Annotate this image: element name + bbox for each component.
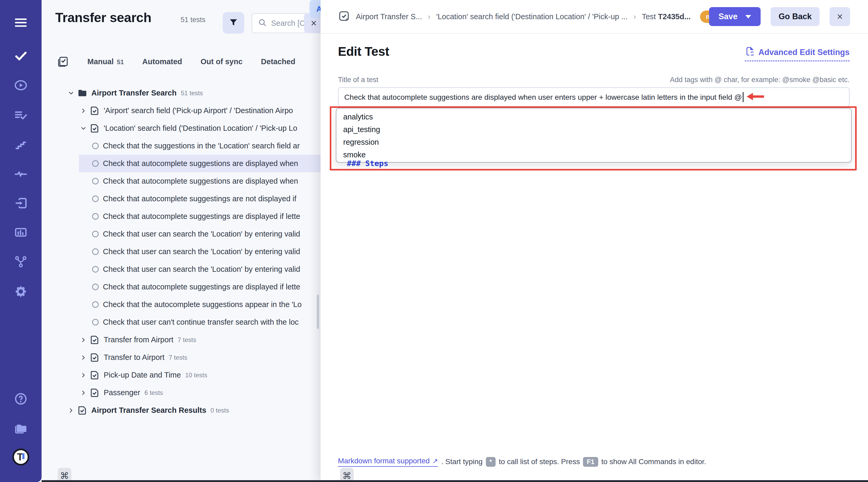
breadcrumb-test[interactable]: Test T2435d... [642, 12, 691, 21]
chevron-down-icon[interactable] [79, 125, 88, 132]
suite-file-icon [90, 335, 100, 345]
tree-test-case[interactable]: Check that autocomplete suggestings are … [79, 278, 320, 296]
markdown-supported-link[interactable]: Markdown format supported ↗ [338, 457, 438, 467]
close-drawer-button[interactable]: × [830, 7, 850, 26]
tree-test-case[interactable]: Check that the suggestions in the 'Locat… [79, 137, 320, 155]
tree-item-label: Check that user can search the 'Location… [103, 230, 300, 238]
tree-test-case[interactable]: Check that autocomplete suggestions are … [79, 172, 320, 190]
suite-file-icon [90, 352, 100, 363]
breadcrumb-project[interactable]: Airport Transfer S... [356, 12, 422, 21]
tree-test-case[interactable]: Check that autocomplete suggestings are … [79, 190, 320, 207]
suite-file-icon [90, 388, 100, 398]
chevron-right-icon[interactable] [79, 336, 88, 343]
tree-test-case[interactable]: Check that the autocomplete suggestions … [79, 296, 320, 313]
help-circle-icon[interactable] [0, 390, 41, 408]
milestones-steps-icon[interactable] [0, 135, 41, 154]
tree-test-case[interactable]: Check that autocomplete suggestions are … [79, 155, 320, 172]
tag-option-api_testing[interactable]: api_testing [336, 123, 851, 136]
chevron-right-icon[interactable] [79, 389, 88, 396]
chevron-right-icon[interactable] [79, 107, 88, 114]
tree-suite[interactable]: 'Location' search field ('Destination Lo… [41, 120, 320, 137]
tree-item-label: Airport Transfer Search Results [91, 406, 206, 415]
test-suite-tree: Airport Transfer Search51 tests'Airport'… [41, 84, 320, 419]
defects-pulse-icon[interactable] [0, 164, 41, 183]
tree-test-case[interactable]: Check that user can search the 'Location… [79, 243, 320, 260]
chevron-down-icon[interactable] [67, 90, 75, 97]
test-status-circle-icon [92, 142, 99, 149]
tree-suite[interactable]: Transfer from Airport7 tests [41, 331, 320, 349]
text-cursor [743, 92, 744, 102]
tab-manual[interactable]: Manual51 [87, 57, 124, 66]
tab-automated[interactable]: Automated [143, 57, 182, 66]
tree-suite[interactable]: Transfer to Airport7 tests [41, 349, 320, 366]
tab-out-of-sync[interactable]: Out of sync [200, 57, 243, 66]
branch-icon[interactable] [0, 253, 41, 271]
tree-test-case[interactable]: Check that user can search the 'Location… [79, 260, 320, 278]
sign-in-box-icon[interactable] [0, 194, 41, 212]
chevron-right-icon[interactable] [79, 354, 88, 361]
tree-item-label: Check that autocomplete suggestings are … [103, 283, 300, 291]
tree-item-label: Pick-up Date and Time [104, 371, 181, 379]
tree-suite[interactable]: Airport Transfer Search Results0 tests [41, 401, 320, 419]
edit-test-drawer: Airport Transfer S... › 'Location' searc… [320, 0, 868, 482]
edit-test-heading: Edit Test [338, 44, 389, 59]
tree-suite[interactable]: Passenger6 tests [41, 384, 320, 401]
field-labels-row: Title of a test Add tags with @ char, fo… [338, 76, 849, 84]
projects-folder-icon[interactable] [0, 419, 41, 438]
save-dropdown-caret[interactable] [745, 15, 751, 19]
tab-detached[interactable]: Detached [261, 57, 296, 66]
test-status-circle-icon [92, 301, 99, 308]
advanced-edit-settings-link[interactable]: Advanced Edit Settings [745, 46, 849, 61]
tree-item-count: 10 tests [185, 372, 207, 379]
tree-suite[interactable]: 'Airport' search field ('Pick-up Airport… [41, 102, 320, 120]
suite-file-icon [90, 123, 100, 134]
tag-option-analytics[interactable]: analytics [336, 110, 851, 123]
test-status-circle-icon [92, 284, 99, 290]
tree-item-count: 7 tests [169, 354, 187, 361]
test-status-circle-icon [92, 160, 99, 167]
tag-option-regression[interactable]: regression [336, 136, 851, 149]
app-logo-icon[interactable]: T [0, 448, 41, 466]
tree-item-label: Airport Transfer Search [91, 89, 177, 97]
tree-item-label: 'Location' search field ('Destination Lo… [104, 124, 297, 133]
doc-sync-icon [745, 46, 755, 58]
tag-option-smoke[interactable]: smoke [336, 149, 851, 161]
tests-count: 51 tests [181, 16, 206, 24]
suite-file-icon [77, 405, 88, 416]
suite-file-icon [90, 105, 100, 116]
tree-item-label: Check that user can't continue transfer … [103, 318, 299, 326]
play-circle-icon[interactable] [0, 76, 41, 94]
tree-test-case[interactable]: Check that user can't continue transfer … [79, 313, 320, 331]
tree-test-case[interactable]: Check that autocomplete suggestings are … [79, 207, 320, 225]
annotation-arrow-icon [746, 92, 765, 102]
test-runs-list-check-icon[interactable] [0, 106, 41, 124]
test-status-circle-icon [92, 178, 99, 185]
tree-suite[interactable]: Pick-up Date and Time10 tests [41, 366, 320, 384]
chevron-right-icon[interactable] [79, 372, 88, 379]
save-button[interactable]: Save [709, 7, 761, 26]
go-back-button[interactable]: Go Back [771, 7, 819, 26]
tree-item-label: Check that autocomplete suggestions are … [103, 159, 298, 168]
reports-bar-chart-icon[interactable] [0, 223, 41, 242]
bulk-select-icon[interactable] [57, 56, 69, 68]
chevron-right-icon[interactable] [67, 407, 75, 414]
settings-gear-icon[interactable] [0, 282, 41, 301]
test-title-input[interactable]: Check that autocomplete suggestions are … [338, 87, 849, 107]
test-status-circle-icon [92, 266, 99, 272]
breadcrumb-suite[interactable]: 'Location' search field ('Destination Lo… [436, 12, 627, 21]
tree-item-label: Check that the suggestions in the 'Locat… [103, 141, 300, 150]
tree-item-count: 6 tests [145, 389, 163, 396]
tree-test-case[interactable]: Check that user can search the 'Location… [79, 225, 320, 243]
hint-text: . Start typing [441, 457, 483, 466]
tab-pill-active[interactable]: Aut [310, 0, 320, 18]
test-status-circle-icon [92, 195, 99, 202]
hint-text: to call list of steps. Press [499, 457, 580, 466]
tree-scrollbar[interactable] [317, 295, 319, 329]
filter-button[interactable] [223, 12, 244, 34]
tests-check-icon[interactable] [0, 46, 41, 65]
folder-icon [77, 88, 88, 98]
test-id: T2435d... [658, 12, 691, 21]
tree-item-label: Check that user can search the 'Location… [103, 247, 300, 256]
hamburger-menu-icon[interactable] [0, 13, 41, 32]
tree-suite[interactable]: Airport Transfer Search51 tests [41, 84, 320, 102]
